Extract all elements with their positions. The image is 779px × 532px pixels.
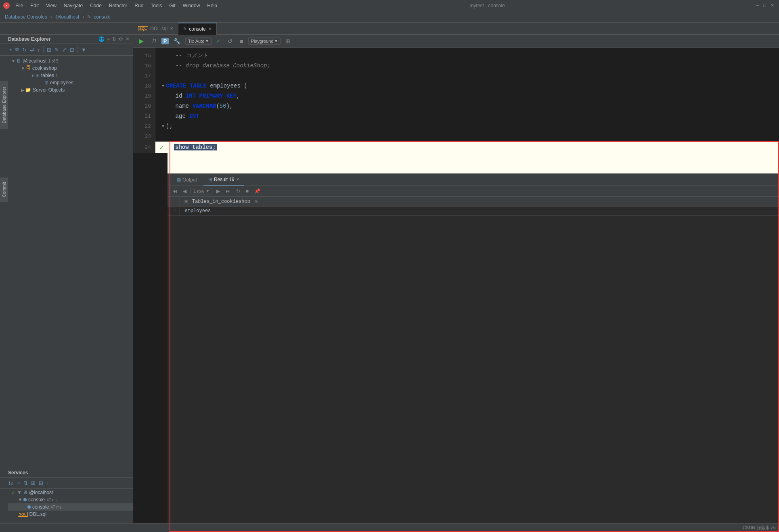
code-int-kw-2: INT [189, 111, 199, 121]
tab-ddl-close[interactable]: ✕ [170, 26, 173, 31]
maximize-btn[interactable]: □ [763, 3, 766, 8]
stop-result-btn[interactable]: ■ [244, 188, 250, 195]
tree-employees[interactable]: ▶ ⊞ employees [8, 79, 133, 86]
breadcrumb-console[interactable]: console [94, 14, 110, 20]
services-group-icon[interactable]: ⊞ [30, 479, 36, 487]
sidebar-db-explorer-label[interactable]: Database Explorer [0, 81, 8, 129]
tab-console-close[interactable]: ✕ [208, 27, 212, 31]
menu-code[interactable]: Code [87, 2, 105, 9]
code-int-kw: INT [186, 91, 199, 101]
tree-cookieshop[interactable]: ▼ 🗄 cookieshop [8, 65, 133, 72]
menu-help[interactable]: Help [204, 2, 220, 9]
result-row-1-num: 1 [168, 207, 180, 216]
code-line-24-content[interactable]: show tables; [168, 142, 779, 153]
menu-edit[interactable]: Edit [27, 2, 42, 9]
menu-refactor[interactable]: Refactor [106, 2, 130, 9]
pin-result-btn[interactable]: 📌 [253, 188, 262, 195]
stop-button[interactable]: ■ [237, 37, 245, 45]
settings-icon[interactable]: ⚙ [119, 36, 123, 42]
minimize-btn[interactable]: ─ [756, 3, 759, 8]
result-col-tables-header[interactable]: ⊞ Tables_in_cookieshop ⊙ [180, 197, 779, 207]
result-toolbar: ⏮ ◀ 1 row ▼ ▶ ⏭ ↻ ■ 📌 [168, 186, 779, 197]
services-group2-icon[interactable]: ⊟ [38, 479, 44, 487]
menu-navigate[interactable]: Navigate [61, 2, 86, 9]
window-title: mytest - console [220, 3, 754, 8]
services-header: Services [0, 468, 133, 478]
globe-icon[interactable]: 🌐 [98, 36, 105, 42]
menu-file[interactable]: File [12, 2, 26, 9]
next-page-btn[interactable]: ▶ [215, 188, 222, 195]
code-age-field: age [176, 111, 189, 121]
status-bar: CSDN @落水 zh [0, 523, 779, 532]
services-console-label: console [28, 497, 45, 503]
tx-dropdown[interactable]: Tx: Auto ▼ [185, 38, 212, 45]
undo-button[interactable]: ↺ [225, 37, 235, 45]
code-line-19-indent [162, 91, 176, 101]
filter-icon[interactable]: ⇅ [112, 36, 116, 42]
fold-marker-22[interactable]: ▼ [162, 121, 164, 131]
result-tab-close[interactable]: ✕ [236, 177, 239, 182]
refresh-result-btn[interactable]: ↻ [235, 188, 242, 195]
up-icon[interactable]: ↑ [37, 46, 41, 54]
breadcrumb-bar: Database Consoles › @localhost › ✎ conso… [0, 11, 779, 23]
sidebar-commit-label[interactable]: Commit [0, 177, 8, 202]
tab-ddl[interactable]: SQL DDL.sql ✕ [133, 23, 178, 35]
table-icon[interactable]: ⊞ [46, 46, 52, 54]
code-content-upper[interactable]: -- コメント -- drop database CookieShop; ▼ C… [155, 48, 779, 142]
sync-icon[interactable]: ⇄ [29, 46, 35, 54]
wrench-button[interactable]: 🔧 [171, 37, 183, 45]
tab-console[interactable]: ✎ console ✕ [178, 23, 216, 35]
tree-server-objects[interactable]: ▶ 📁 Server Objects [8, 86, 133, 94]
code-paren-close: ), [226, 101, 233, 111]
services-console-selected[interactable]: console 47 ms [8, 503, 133, 511]
last-page-btn[interactable]: ⏭ [224, 188, 232, 195]
menu-view[interactable]: View [43, 2, 60, 9]
result-tab-output[interactable]: ▤ Output [172, 174, 202, 186]
run-button[interactable]: ▶ [136, 36, 146, 46]
sql-file-icon: SQL [138, 26, 148, 31]
breadcrumb-database-consoles[interactable]: Database Consoles [5, 14, 47, 20]
playground-dropdown[interactable]: Playground ▼ [248, 38, 281, 45]
first-page-btn[interactable]: ⏮ [171, 188, 179, 195]
image-icon[interactable]: ⊡ [69, 46, 75, 54]
services-check-item[interactable]: ✓ ▼ 🖥 @localhost [8, 489, 133, 496]
services-list-icon[interactable]: ≡ [16, 479, 21, 487]
grid-button[interactable]: ⊞ [283, 37, 293, 45]
time-button[interactable]: ⏱ [149, 37, 159, 45]
menu-git[interactable]: Git [166, 2, 178, 9]
db-toolbar: + ⧉ ↻ ⇄ ↑ ⊞ ✎ ⤢ ⊡ ▼ [0, 44, 133, 56]
filter2-icon[interactable]: ▼ [80, 46, 87, 54]
services-ddl-item[interactable]: SQL DDL.sql [8, 511, 133, 518]
services-sort-icon[interactable]: ⇅ [23, 479, 29, 487]
services-add-icon[interactable]: + [46, 479, 50, 487]
check-button[interactable]: ✓ [214, 38, 223, 45]
tree-localhost[interactable]: ▼ 🖥 @localhost 1 of 5 [8, 57, 133, 65]
edit-icon[interactable]: ✎ [54, 46, 60, 54]
fold-marker-18[interactable]: ▼ [162, 81, 164, 91]
app-logo: ● [3, 2, 10, 9]
tree-cookieshop-label: cookieshop [32, 65, 57, 71]
code-line-20: name VARCHAR ( 50 ), [162, 101, 773, 111]
menu-window[interactable]: Window [180, 2, 203, 9]
tx-arrow-icon: ▼ [205, 39, 209, 43]
menu-run[interactable]: Run [131, 2, 147, 9]
code-upper: 15 16 17 18 19 20 21 22 23 -- コメント [133, 48, 779, 142]
code-line-15-content: -- コメント [162, 51, 208, 61]
services-console-group[interactable]: ▼ console 47 ms [8, 496, 133, 503]
result-tab-result[interactable]: ⊞ Result 19 ✕ [203, 174, 244, 186]
services-console-dot [23, 498, 27, 501]
breadcrumb-localhost[interactable]: @localhost [55, 14, 80, 20]
pin-button[interactable]: P [161, 38, 169, 44]
row-count-selector[interactable]: 1 row ▼ [191, 188, 212, 194]
sort-icon[interactable]: ≡ [107, 36, 110, 42]
add-icon[interactable]: + [8, 46, 13, 54]
prev-page-btn[interactable]: ◀ [181, 188, 188, 195]
close-btn[interactable]: ✕ [771, 3, 774, 8]
tree-tables[interactable]: ▼ ⊞ tables 1 [8, 72, 133, 79]
refresh-icon[interactable]: ↻ [21, 46, 27, 54]
arrow-icon[interactable]: ⤢ [61, 46, 67, 54]
copy-icon[interactable]: ⧉ [15, 46, 20, 54]
menu-tools[interactable]: Tools [147, 2, 165, 9]
right-panel: ▶ ⏱ P 🔧 Tx: Auto ▼ ✓ ↺ ■ Playground ▼ ⊞ … [133, 35, 779, 532]
close-panel-icon[interactable]: ✕ [126, 36, 130, 42]
